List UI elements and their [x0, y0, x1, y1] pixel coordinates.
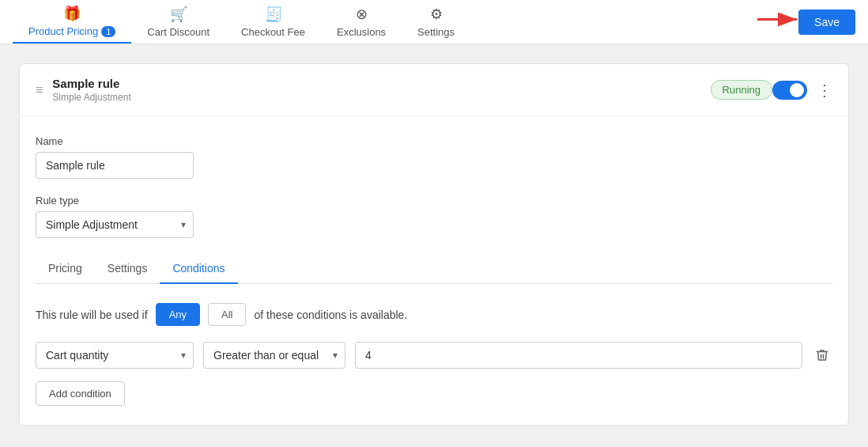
condition-row: Cart quantity Cart total User role Produ… — [36, 342, 832, 369]
product-pricing-badge: 1 — [101, 26, 115, 37]
tab-checkout-fee[interactable]: 🧾 Checkout Fee — [225, 0, 321, 44]
arrow-indicator — [757, 7, 805, 36]
rule-title: Sample rule — [52, 77, 694, 90]
settings-icon: ⚙ — [430, 6, 443, 23]
tab-settings[interactable]: ⚙ Settings — [402, 0, 470, 44]
condition-operator-select[interactable]: Greater than or equal Less than or equal… — [203, 342, 345, 369]
condition-type-wrapper: Cart quantity Cart total User role Produ… — [36, 342, 194, 369]
condition-value-input[interactable] — [355, 342, 802, 369]
trash-icon — [815, 348, 829, 362]
main-content: ≡ Sample rule Simple Adjustment Running … — [0, 44, 868, 445]
name-group: Name — [36, 135, 832, 179]
product-pricing-icon: 🎁 — [63, 5, 81, 22]
inner-tab-settings[interactable]: Settings — [95, 254, 160, 284]
condition-operator-wrapper: Greater than or equal Less than or equal… — [203, 342, 345, 369]
conditions-rule-text-after: of these conditions is available. — [254, 309, 407, 321]
rule-type-group: Rule type Simple Adjustment Bulk Discoun… — [36, 195, 832, 238]
status-badge: Running — [711, 80, 772, 100]
rule-type-label: Rule type — [36, 195, 832, 206]
name-input[interactable] — [36, 152, 194, 179]
inner-tab-conditions[interactable]: Conditions — [160, 254, 237, 284]
tab-exclusions[interactable]: ⊗ Exclusions — [321, 0, 402, 44]
tab-product-pricing-label: Product Pricing — [28, 25, 98, 37]
rule-type-select[interactable]: Simple Adjustment Bulk Discount Fixed Pr… — [36, 211, 194, 238]
all-toggle-button[interactable]: All — [208, 303, 246, 326]
toggle-slider — [772, 81, 807, 100]
cart-discount-icon: 🛒 — [170, 6, 187, 23]
checkout-fee-icon: 🧾 — [265, 6, 282, 23]
rule-info: Sample rule Simple Adjustment — [52, 77, 694, 103]
inner-tabs: Pricing Settings Conditions — [36, 254, 832, 284]
conditions-rule-text-before: This rule will be used if — [36, 309, 148, 321]
name-label: Name — [36, 135, 832, 147]
any-toggle-button[interactable]: Any — [156, 303, 200, 326]
nav-tabs: 🎁 Product Pricing 1 🛒 Cart Discount 🧾 Ch… — [13, 0, 798, 44]
tab-cart-discount-label: Cart Discount — [147, 26, 209, 38]
top-navigation: 🎁 Product Pricing 1 🛒 Cart Discount 🧾 Ch… — [0, 0, 868, 44]
tab-product-pricing[interactable]: 🎁 Product Pricing 1 — [13, 0, 131, 44]
card-header: ≡ Sample rule Simple Adjustment Running … — [20, 64, 848, 116]
rule-card: ≡ Sample rule Simple Adjustment Running … — [19, 63, 849, 426]
tab-checkout-fee-label: Checkout Fee — [241, 26, 305, 38]
tab-settings-label: Settings — [417, 26, 455, 38]
add-condition-button[interactable]: Add condition — [36, 381, 125, 406]
condition-type-select[interactable]: Cart quantity Cart total User role Produ… — [36, 342, 194, 369]
inner-tab-pricing[interactable]: Pricing — [36, 254, 95, 284]
rule-subtitle: Simple Adjustment — [52, 92, 694, 103]
rule-type-select-wrapper: Simple Adjustment Bulk Discount Fixed Pr… — [36, 211, 194, 238]
conditions-header: This rule will be used if Any All of the… — [36, 303, 832, 326]
rule-toggle[interactable] — [772, 81, 807, 100]
exclusions-icon: ⊗ — [356, 6, 368, 23]
tab-exclusions-label: Exclusions — [337, 26, 386, 38]
tab-cart-discount[interactable]: 🛒 Cart Discount — [131, 0, 225, 44]
more-menu-icon[interactable]: ⋮ — [817, 81, 832, 100]
card-actions: ⋮ — [772, 81, 832, 100]
save-button[interactable]: Save — [798, 9, 855, 35]
drag-handle-icon[interactable]: ≡ — [36, 83, 43, 97]
card-body: Name Rule type Simple Adjustment Bulk Di… — [20, 116, 848, 425]
delete-condition-button[interactable] — [812, 345, 832, 366]
